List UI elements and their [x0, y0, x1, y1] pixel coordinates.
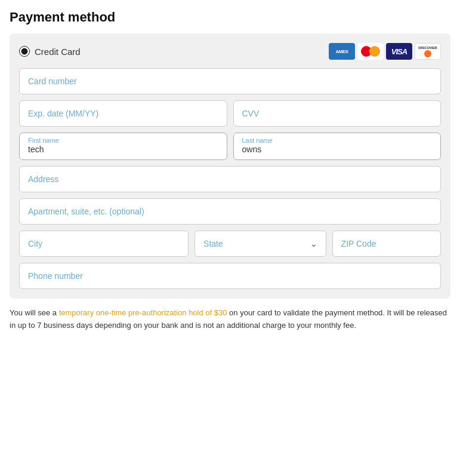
city-state-zip-row: State Alabama Alaska Arizona California … — [19, 231, 441, 257]
address-field — [19, 166, 441, 192]
exp-date-field — [19, 100, 227, 127]
phone-field — [19, 263, 441, 289]
credit-card-label: Credit Card — [35, 47, 81, 57]
exp-date-input[interactable] — [28, 109, 218, 118]
payment-method-container: Credit Card AMEX VISA DISCOVER — [10, 33, 450, 299]
zip-input[interactable] — [341, 239, 432, 248]
apartment-field — [19, 198, 441, 225]
city-field — [19, 231, 189, 257]
payment-header: Credit Card AMEX VISA DISCOVER — [19, 43, 441, 60]
address-input[interactable] — [28, 174, 432, 184]
last-name-input[interactable] — [242, 145, 433, 154]
first-name-input[interactable] — [28, 145, 218, 154]
card-number-field — [19, 68, 441, 94]
page-title: Payment method — [10, 10, 450, 25]
chevron-down-icon: ⌄ — [310, 239, 317, 248]
exp-cvv-row — [19, 100, 441, 127]
mastercard-icon — [357, 43, 384, 60]
first-name-field: First name — [19, 133, 227, 160]
apartment-input[interactable] — [28, 207, 432, 216]
phone-input[interactable] — [28, 271, 432, 281]
credit-card-option[interactable]: Credit Card — [19, 46, 81, 57]
visa-icon: VISA — [386, 43, 412, 60]
footer-text-1: You will see a — [10, 308, 59, 317]
first-name-label: First name — [28, 137, 59, 144]
zip-field — [332, 231, 441, 257]
credit-card-radio[interactable] — [19, 46, 30, 57]
last-name-field: Last name — [233, 133, 442, 160]
state-select[interactable]: State Alabama Alaska Arizona California … — [203, 239, 310, 248]
footer-highlight: temporary one-time pre-authorization hol… — [59, 308, 227, 317]
city-input[interactable] — [28, 239, 180, 248]
card-number-input[interactable] — [28, 76, 432, 86]
name-row: First name Last name — [19, 133, 441, 160]
card-icons-group: AMEX VISA DISCOVER — [329, 43, 441, 60]
last-name-label: Last name — [242, 137, 273, 144]
amex-icon: AMEX — [329, 43, 355, 60]
state-field[interactable]: State Alabama Alaska Arizona California … — [195, 231, 326, 257]
footer-notice: You will see a temporary one-time pre-au… — [10, 307, 450, 332]
cvv-field — [233, 100, 442, 127]
discover-icon: DISCOVER — [415, 43, 441, 60]
cvv-input[interactable] — [242, 109, 433, 118]
